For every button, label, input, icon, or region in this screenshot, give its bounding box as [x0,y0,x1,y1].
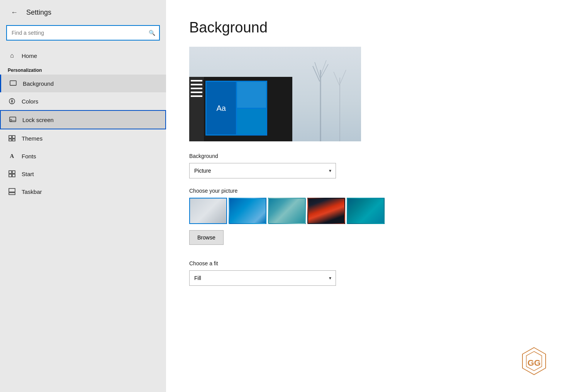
svg-rect-12 [9,171,12,173]
sidebar-item-taskbar[interactable]: Taskbar [0,183,166,200]
svg-rect-10 [9,139,12,141]
sidebar-item-background[interactable]: Background [0,75,166,92]
choose-picture-label: Choose your picture [189,188,540,194]
preview-desktop-bg: Aa [189,47,361,141]
preview-desktop-dark: Aa [189,77,292,141]
start-icon [8,170,16,178]
picture-thumb-5[interactable] [347,198,385,224]
preview-bar-2 [191,84,202,85]
svg-rect-1 [10,85,16,86]
choose-fit-section: Choose a fit Fill Fit Stretch Tile Cente… [189,260,540,286]
taskbar-icon [8,187,16,196]
back-button[interactable]: ← [8,7,21,18]
fit-dropdown-wrapper: Fill Fit Stretch Tile Center Span ▾ [189,270,336,286]
choose-picture-section: Choose your picture Browse [189,188,540,256]
preview-sidebar [189,77,204,141]
taskbar-label: Taskbar [22,188,42,195]
background-dropdown-wrapper: Picture Solid color Slideshow ▾ [189,163,336,178]
colors-icon [8,97,16,105]
sidebar: ← Settings 🔍 ⌂ Home Personalization Back… [0,0,166,392]
svg-rect-15 [12,174,15,177]
preview-bar-1 [191,80,202,81]
svg-rect-0 [10,81,16,85]
background-icon [9,79,17,88]
lockscreen-icon [8,115,17,124]
picture-thumb-4[interactable] [307,198,345,224]
start-label: Start [22,171,34,177]
svg-rect-16 [9,193,15,195]
search-box: 🔍 [6,25,160,41]
sidebar-item-themes[interactable]: Themes [0,129,166,147]
themes-icon [8,134,16,143]
svg-rect-8 [9,136,12,138]
sidebar-header: ← Settings [0,0,166,22]
background-label: Background [23,80,54,87]
personalization-section-label: Personalization [0,64,166,75]
choose-fit-label: Choose a fit [189,260,540,266]
preview-tile-aa: Aa [207,82,236,134]
sidebar-item-start[interactable]: Start [0,165,166,183]
sidebar-item-lockscreen[interactable]: Lock screen [0,110,166,129]
picture-thumb-3[interactable] [268,198,306,224]
svg-text:GG: GG [527,358,541,368]
picture-grid [189,198,540,224]
lockscreen-label: Lock screen [22,117,54,123]
preview-tile-2 [237,109,266,134]
fonts-label: Fonts [22,153,36,160]
preview-bar-4 [191,92,202,93]
background-dropdown[interactable]: Picture Solid color Slideshow [189,163,336,178]
sidebar-title: Settings [26,8,51,17]
desktop-preview: Aa [189,47,361,141]
search-icon: 🔍 [149,30,155,36]
background-section: Background Picture Solid color Slideshow… [189,153,540,178]
sidebar-item-home[interactable]: ⌂ Home [0,47,166,64]
svg-rect-17 [9,188,15,192]
colors-label: Colors [22,98,38,105]
fonts-icon: A [8,152,16,160]
picture-thumb-2[interactable] [229,198,266,224]
sidebar-item-colors[interactable]: Colors [0,92,166,110]
preview-bar-5 [191,95,202,97]
svg-rect-9 [12,136,15,138]
svg-rect-14 [9,174,12,177]
themes-label: Themes [22,135,42,142]
page-title: Background [189,19,540,36]
main-content: Background [166,0,563,392]
search-input[interactable] [7,26,159,40]
preview-tile-1 [237,82,266,107]
watermark: GG [517,346,551,380]
preview-bar-3 [191,88,202,89]
svg-rect-11 [12,139,15,141]
svg-rect-13 [12,171,15,173]
sidebar-item-fonts[interactable]: A Fonts [0,147,166,165]
preview-tiles: Aa [205,81,267,136]
fit-dropdown[interactable]: Fill Fit Stretch Tile Center Span [189,270,336,286]
home-label: Home [22,53,37,59]
browse-button[interactable]: Browse [189,230,224,245]
home-icon: ⌂ [8,51,16,60]
picture-thumb-1[interactable] [189,198,227,224]
background-section-label: Background [189,153,540,159]
